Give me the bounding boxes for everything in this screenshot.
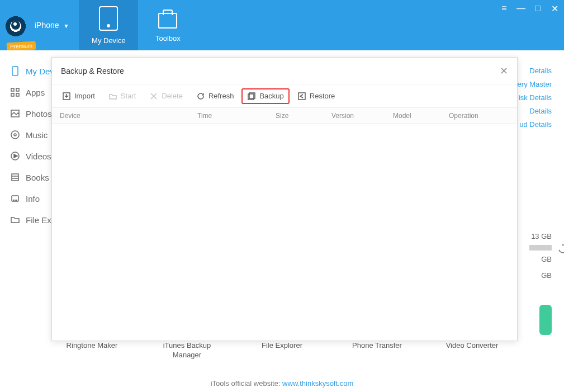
refresh-icon[interactable] bbox=[557, 243, 564, 255]
chevron-down-icon: ▼ bbox=[63, 23, 69, 29]
tool-file-explorer[interactable]: File Explorer bbox=[252, 341, 313, 360]
phone-icon bbox=[99, 6, 118, 31]
refresh-icon bbox=[196, 92, 205, 101]
svg-point-15 bbox=[17, 200, 17, 201]
action-button[interactable] bbox=[539, 305, 552, 335]
tab-label: Toolbox bbox=[155, 34, 181, 42]
backup-button[interactable]: Backup bbox=[241, 88, 289, 104]
storage-bar bbox=[529, 245, 552, 251]
table-header: Device Time Size Version Model Operation bbox=[52, 108, 517, 124]
storage-value: GB bbox=[529, 271, 552, 280]
col-size: Size bbox=[276, 112, 331, 120]
footer: iTools official website: www.thinkskysof… bbox=[0, 379, 564, 388]
svg-point-6 bbox=[11, 131, 19, 139]
backup-icon bbox=[247, 92, 256, 101]
restore-icon bbox=[297, 92, 306, 101]
svg-rect-9 bbox=[12, 174, 18, 181]
footer-link[interactable]: www.thinkskysoft.com bbox=[282, 379, 353, 388]
tool-ringtone-maker[interactable]: Ringtone Maker bbox=[61, 341, 123, 360]
menu-icon[interactable]: ≡ bbox=[499, 3, 509, 13]
dialog-title: Backup & Restore bbox=[61, 67, 124, 75]
tab-label: My Device bbox=[92, 36, 126, 45]
close-icon[interactable]: ✕ bbox=[549, 3, 560, 13]
sidebar-label: Music bbox=[26, 130, 48, 140]
sidebar-label: Info bbox=[26, 194, 40, 204]
storage-value: GB bbox=[529, 255, 552, 263]
tool-phone-transfer[interactable]: Phone Transfer bbox=[347, 341, 408, 360]
svg-rect-2 bbox=[16, 88, 19, 91]
col-device: Device bbox=[52, 112, 197, 120]
device-icon bbox=[10, 66, 20, 76]
svg-rect-1 bbox=[11, 88, 14, 91]
btn-label: Delete bbox=[162, 92, 183, 100]
col-model: Model bbox=[393, 112, 449, 120]
tool-video-converter[interactable]: Video Converter bbox=[442, 341, 503, 360]
info-icon bbox=[10, 193, 20, 204]
import-icon bbox=[62, 92, 71, 101]
dialog-header: Backup & Restore ✕ bbox=[52, 58, 517, 84]
sidebar-label: Apps bbox=[26, 88, 45, 97]
toolbox-icon bbox=[158, 13, 177, 29]
device-name-label: iPhone bbox=[35, 21, 59, 30]
videos-icon bbox=[10, 151, 20, 161]
sidebar-label: Videos bbox=[26, 152, 51, 161]
refresh-button[interactable]: Refresh bbox=[191, 88, 240, 104]
tab-toolbox[interactable]: Toolbox bbox=[138, 0, 197, 50]
tool-itunes-backup-manager[interactable]: iTunes Backup Manager bbox=[157, 341, 218, 360]
svg-point-14 bbox=[15, 200, 16, 201]
footer-text: iTools official website: bbox=[211, 379, 282, 388]
svg-rect-0 bbox=[12, 67, 18, 75]
app-logo-icon bbox=[4, 14, 27, 36]
svg-rect-4 bbox=[16, 93, 19, 96]
delete-icon bbox=[149, 92, 158, 101]
folder-icon bbox=[10, 215, 20, 225]
bottom-tool-row: Ringtone Maker iTunes Backup Manager Fil… bbox=[0, 341, 564, 360]
backup-restore-dialog: Backup & Restore ✕ Import Start Delete R… bbox=[51, 57, 518, 341]
sidebar-label: Books bbox=[26, 173, 49, 182]
col-version: Version bbox=[331, 112, 393, 120]
table-body bbox=[52, 124, 517, 341]
minimize-icon[interactable]: — bbox=[516, 3, 526, 13]
maximize-icon[interactable]: □ bbox=[533, 3, 543, 13]
dialog-toolbar: Import Start Delete Refresh Backup Resto… bbox=[52, 84, 517, 108]
books-icon bbox=[10, 172, 20, 182]
storage-value: 13 GB bbox=[529, 232, 552, 240]
close-icon[interactable]: ✕ bbox=[500, 65, 508, 77]
apps-icon bbox=[10, 87, 20, 97]
premium-badge: Premium bbox=[7, 41, 36, 51]
svg-point-7 bbox=[14, 134, 16, 136]
btn-label: Restore bbox=[310, 92, 335, 100]
app-header: Premium iPhone ▼ My Device Toolbox ≡ — □… bbox=[0, 0, 564, 50]
delete-button: Delete bbox=[144, 88, 188, 104]
window-controls: ≡ — □ ✕ bbox=[499, 3, 560, 13]
btn-label: Start bbox=[121, 92, 136, 100]
col-time: Time bbox=[197, 112, 276, 120]
svg-rect-3 bbox=[11, 93, 14, 96]
tab-my-device[interactable]: My Device bbox=[79, 0, 138, 50]
btn-label: Import bbox=[74, 92, 95, 100]
music-icon bbox=[10, 130, 20, 140]
folder-icon bbox=[108, 92, 117, 101]
photos-icon bbox=[10, 108, 20, 119]
restore-button[interactable]: Restore bbox=[292, 88, 341, 104]
sidebar-label: Photos bbox=[26, 109, 52, 119]
btn-label: Backup bbox=[259, 92, 283, 100]
import-button[interactable]: Import bbox=[56, 88, 101, 104]
svg-point-13 bbox=[13, 200, 14, 201]
storage-panel: 13 GB GB GB bbox=[529, 232, 552, 280]
col-operation: Operation bbox=[449, 112, 517, 120]
connected-device-dropdown[interactable]: iPhone ▼ bbox=[35, 21, 69, 30]
logo-area: Premium iPhone ▼ bbox=[0, 0, 79, 50]
btn-label: Refresh bbox=[208, 92, 234, 100]
start-button: Start bbox=[103, 88, 141, 104]
